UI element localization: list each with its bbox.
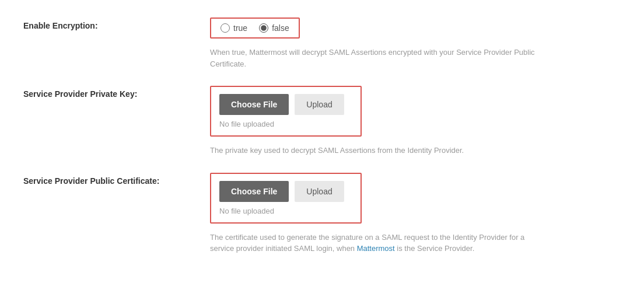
encryption-radio-group: true false	[210, 18, 300, 39]
public-cert-upload-button[interactable]: Upload	[295, 181, 344, 202]
private-key-upload-button[interactable]: Upload	[295, 94, 344, 115]
private-key-label: Service Provider Private Key:	[23, 86, 210, 99]
encryption-true-label: true	[233, 23, 247, 33]
private-key-row: Service Provider Private Key: Choose Fil…	[23, 86, 621, 156]
public-cert-row: Service Provider Public Certificate: Cho…	[23, 173, 621, 254]
settings-page: Enable Encryption: true false When true,…	[0, 0, 644, 307]
private-key-upload-row: Choose File Upload	[219, 94, 352, 115]
encryption-help-text: When true, Mattermost will decrypt SAML …	[210, 47, 537, 69]
public-cert-mattermost-link: Mattermost	[357, 244, 395, 253]
encryption-control-area: true false When true, Mattermost will de…	[210, 18, 621, 69]
encryption-true-radio[interactable]	[220, 23, 230, 33]
public-cert-help-text-2: is the Service Provider.	[395, 244, 475, 253]
encryption-row: Enable Encryption: true false When true,…	[23, 18, 621, 69]
private-key-no-file-text: No file uploaded	[219, 120, 352, 128]
private-key-control-area: Choose File Upload No file uploaded The …	[210, 86, 621, 156]
private-key-choose-file-button[interactable]: Choose File	[219, 94, 289, 115]
public-cert-control-area: Choose File Upload No file uploaded The …	[210, 173, 621, 254]
encryption-false-radio[interactable]	[259, 23, 268, 33]
encryption-false-option[interactable]: false	[259, 23, 289, 33]
private-key-help-text: The private key used to decrypt SAML Ass…	[210, 145, 537, 156]
private-key-upload-box: Choose File Upload No file uploaded	[210, 86, 362, 137]
encryption-true-option[interactable]: true	[220, 23, 247, 33]
public-cert-label: Service Provider Public Certificate:	[23, 173, 210, 186]
public-cert-choose-file-button[interactable]: Choose File	[219, 181, 289, 202]
encryption-label: Enable Encryption:	[23, 18, 210, 30]
public-cert-upload-box: Choose File Upload No file uploaded	[210, 173, 362, 224]
encryption-false-label: false	[272, 23, 289, 33]
public-cert-upload-row: Choose File Upload	[219, 181, 352, 202]
public-cert-help-text: The certificate used to generate the sig…	[210, 232, 537, 254]
public-cert-no-file-text: No file uploaded	[219, 207, 352, 215]
